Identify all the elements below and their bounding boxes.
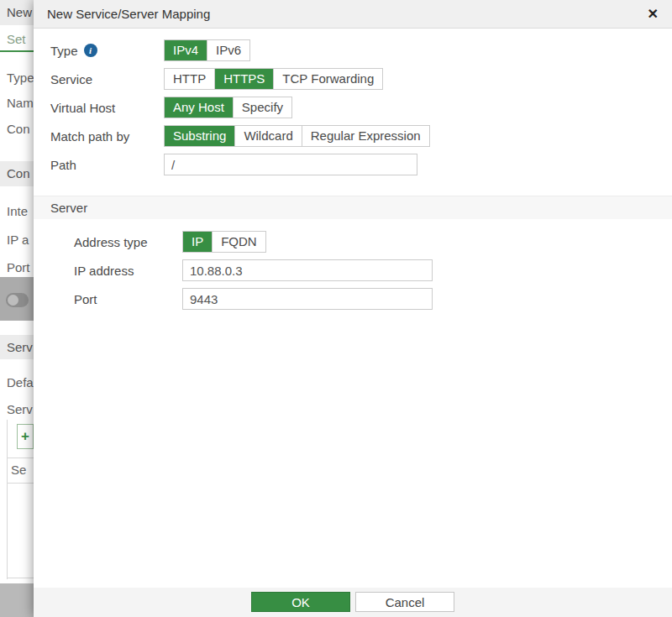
- match-path-by-row: Match path by Substring Wildcard Regular…: [34, 125, 672, 147]
- background-toggle-band: [0, 277, 34, 321]
- background-label-name: Nam: [7, 96, 34, 110]
- match-path-by-label-wrap: Match path by: [50, 129, 164, 144]
- address-type-option-ip[interactable]: IP: [183, 232, 212, 252]
- virtual-host-label-wrap: Virtual Host: [50, 101, 164, 115]
- virtual-host-segmented-control: Any Host Specify: [164, 97, 292, 118]
- background-table-line-2: [7, 483, 34, 484]
- background-label-type: Type: [7, 71, 34, 85]
- plus-icon: +: [21, 428, 29, 444]
- add-button[interactable]: +: [17, 424, 34, 449]
- service-segmented-control: HTTP HTTPS TCP Forwarding: [164, 68, 383, 90]
- address-type-label-wrap: Address type: [74, 235, 182, 249]
- screen: New Set Type Nam Con Con Inte IP a Port …: [0, 0, 672, 617]
- server-section-header: Server: [34, 196, 672, 219]
- path-label-wrap: Path: [50, 158, 164, 172]
- toggle-knob: [8, 295, 18, 306]
- new-service-server-mapping-dialog: New Service/Server Mapping ✕ Type i IPv4…: [34, 0, 672, 617]
- background-label-ip: IP a: [7, 233, 29, 247]
- service-row: Service HTTP HTTPS TCP Forwarding: [34, 68, 672, 90]
- background-table-header: Se: [11, 463, 26, 477]
- background-label-interface: Inte: [7, 204, 28, 218]
- ip-address-label: IP address: [74, 264, 134, 278]
- service-option-https[interactable]: HTTPS: [214, 69, 273, 89]
- virtual-host-row: Virtual Host Any Host Specify: [34, 97, 672, 118]
- match-path-by-segmented-control: Substring Wildcard Regular Expression: [164, 125, 430, 147]
- virtual-host-label: Virtual Host: [50, 101, 115, 115]
- path-row: Path: [34, 154, 672, 175]
- port-label: Port: [74, 292, 97, 306]
- info-icon[interactable]: i: [84, 44, 97, 57]
- match-path-option-substring[interactable]: Substring: [165, 126, 234, 146]
- background-label-default: Defa: [7, 375, 34, 390]
- background-label-con: Con: [7, 122, 30, 136]
- type-option-ipv4[interactable]: IPv4: [165, 40, 207, 60]
- cancel-button[interactable]: Cancel: [355, 592, 454, 612]
- address-type-segmented-control: IP FQDN: [182, 231, 266, 253]
- ip-address-row: IP address: [34, 259, 672, 281]
- dialog-title: New Service/Server Mapping: [47, 7, 210, 21]
- background-page: New Set Type Nam Con Con Inte IP a Port …: [0, 0, 34, 617]
- service-label-wrap: Service: [50, 72, 164, 86]
- background-tab-underline: [0, 50, 34, 52]
- port-row: Port: [34, 288, 672, 310]
- address-type-option-fqdn[interactable]: FQDN: [212, 232, 265, 252]
- background-dialog-title: New: [0, 0, 34, 25]
- match-path-option-regular-expression[interactable]: Regular Expression: [302, 126, 429, 146]
- background-footer-bar: [0, 583, 34, 617]
- type-segmented-control: IPv4 IPv6: [164, 39, 250, 61]
- path-label: Path: [50, 158, 76, 172]
- virtual-host-option-any-host[interactable]: Any Host: [165, 97, 233, 118]
- virtual-host-option-specify[interactable]: Specify: [233, 97, 291, 118]
- service-option-tcp-forwarding[interactable]: TCP Forwarding: [273, 69, 382, 89]
- background-tab-settings[interactable]: Set: [7, 32, 26, 46]
- toggle-switch[interactable]: [6, 293, 29, 307]
- background-label-port: Port: [7, 260, 30, 275]
- address-type-row: Address type IP FQDN: [34, 231, 672, 253]
- path-input[interactable]: [164, 154, 417, 175]
- background-table-line-3: [7, 578, 34, 578]
- type-row: Type i IPv4 IPv6: [34, 39, 672, 61]
- service-option-http[interactable]: HTTP: [165, 69, 214, 89]
- background-section-header-2: Serv: [0, 335, 34, 359]
- background-section-header-1: Con: [0, 161, 34, 186]
- background-table-line-1: [7, 458, 34, 458]
- type-option-ipv6[interactable]: IPv6: [207, 40, 249, 60]
- port-input[interactable]: [182, 288, 433, 310]
- service-label: Service: [50, 72, 92, 86]
- close-icon[interactable]: ✕: [648, 0, 659, 28]
- type-label: Type: [50, 44, 78, 58]
- port-label-wrap: Port: [74, 292, 182, 306]
- dialog-titlebar: New Service/Server Mapping ✕: [34, 0, 672, 29]
- background-label-server: Serv: [7, 402, 33, 416]
- match-path-option-wildcard[interactable]: Wildcard: [234, 126, 301, 146]
- mapping-form: Type i IPv4 IPv6 Service HTTP HTTPS TCP …: [34, 29, 672, 310]
- dialog-footer: OK Cancel: [34, 588, 672, 617]
- match-path-by-label: Match path by: [50, 129, 129, 144]
- background-table-border: [7, 420, 8, 579]
- ok-button[interactable]: OK: [251, 592, 350, 612]
- ip-address-input[interactable]: [182, 259, 433, 281]
- type-label-wrap: Type i: [50, 44, 164, 58]
- address-type-label: Address type: [74, 235, 148, 249]
- ip-address-label-wrap: IP address: [74, 264, 182, 278]
